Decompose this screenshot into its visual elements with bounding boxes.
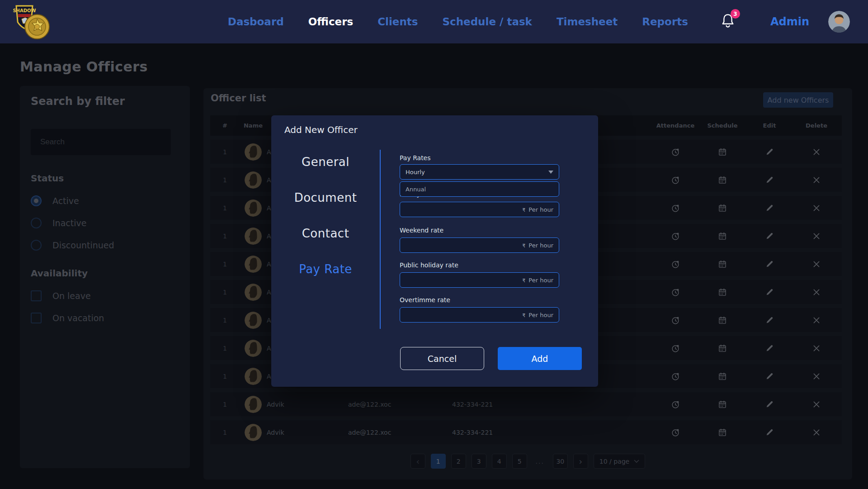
admin-menu[interactable]: Admin: [770, 15, 809, 28]
hourly-rate-input[interactable]: [400, 202, 522, 217]
caret-down-icon: [548, 171, 553, 174]
notification-badge: 3: [731, 9, 740, 19]
weekend-rate-input[interactable]: [400, 238, 522, 252]
company-logo[interactable]: SHADOW: [12, 3, 51, 41]
svg-text:SHADOW: SHADOW: [13, 8, 36, 13]
public-holiday-rate-label: Public holiday rate: [400, 261, 559, 269]
hourly-rate-field: ₹Per hour: [400, 202, 559, 217]
rupee-icon: ₹: [522, 313, 525, 318]
per-hour-suffix: Per hour: [528, 312, 553, 318]
per-hour-suffix: Per hour: [528, 277, 553, 284]
admin-avatar[interactable]: [828, 11, 850, 33]
rupee-icon: ₹: [522, 278, 525, 284]
nav-item[interactable]: Reports: [642, 16, 688, 28]
rupee-icon: ₹: [522, 207, 525, 213]
add-officer-modal: Add New Officer GeneralDocumentContactPa…: [271, 115, 598, 387]
modal-tab[interactable]: Contact: [302, 226, 349, 241]
public-holiday-rate-input[interactable]: [400, 273, 522, 287]
pay-rates-option-annual[interactable]: Annual: [400, 181, 559, 197]
public-holiday-rate-field: ₹Per hour: [400, 272, 559, 288]
shadow-protective-badge: SHADOW: [12, 3, 51, 41]
pay-rates-select[interactable]: Hourly: [400, 164, 559, 180]
nav-item[interactable]: Timesheet: [557, 16, 618, 28]
overtime-rate-input[interactable]: [400, 308, 522, 322]
modal-tab[interactable]: Document: [294, 190, 357, 205]
nav-item[interactable]: Officers: [308, 16, 353, 28]
weekend-rate-label: Weekend rate: [400, 227, 559, 234]
overtime-rate-label: Overtimme rate: [400, 296, 559, 304]
per-hour-suffix: Per hour: [528, 206, 553, 213]
overtime-rate-field: ₹Per hour: [400, 307, 559, 323]
main-navigation: DasboardOfficersClientsSchedule / taskTi…: [228, 16, 688, 28]
nav-item[interactable]: Dasboard: [228, 16, 284, 28]
modal-title: Add New Officer: [284, 124, 358, 135]
per-hour-suffix: Per hour: [528, 242, 553, 249]
avatar-photo: [828, 11, 850, 33]
top-navbar: SHADOW DasboardOfficersClientsSchedule /…: [0, 0, 868, 43]
notifications-button[interactable]: 3: [721, 13, 735, 30]
pay-rates-label: Pay Rates: [400, 154, 559, 161]
nav-item[interactable]: Schedule / task: [442, 16, 532, 28]
add-button[interactable]: Add: [498, 347, 582, 370]
modal-tab[interactable]: General: [302, 154, 349, 170]
pay-rates-selected-value: Hourly: [406, 169, 425, 176]
modal-divider: [380, 150, 381, 329]
app-root: SHADOW DasboardOfficersClientsSchedule /…: [0, 0, 868, 489]
nav-item[interactable]: Clients: [377, 16, 418, 28]
modal-step-tabs: GeneralDocumentContactPay Rate: [271, 154, 380, 277]
rupee-icon: ₹: [522, 243, 525, 249]
cancel-button[interactable]: Cancel: [400, 347, 484, 370]
modal-tab[interactable]: Pay Rate: [299, 261, 352, 277]
option-label: Annual: [406, 186, 426, 193]
weekend-rate-field: ₹Per hour: [400, 237, 559, 253]
